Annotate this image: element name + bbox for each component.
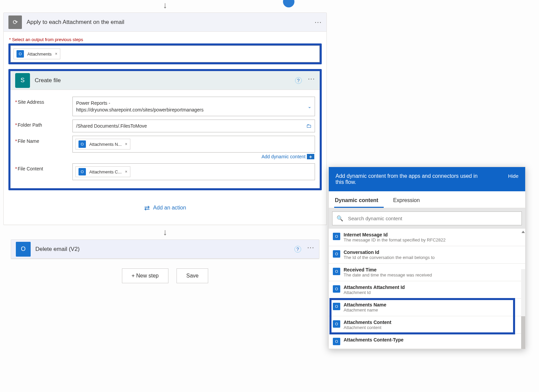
create-file-header[interactable]: S Create file ? ··· — [10, 71, 320, 90]
remove-token-button[interactable]: × — [55, 52, 57, 56]
dynamic-content-panel: Add dynamic content from the apps and co… — [328, 167, 526, 349]
arrow-down-icon: ↓ — [3, 0, 327, 10]
scroll-up-icon[interactable] — [521, 231, 525, 233]
save-button[interactable]: Save — [177, 268, 208, 283]
create-file-title: Create file — [35, 77, 295, 84]
plus-icon: ＋ — [307, 154, 314, 159]
file-content-token[interactable]: O Attachments C... × — [75, 166, 130, 177]
dynamic-content-item[interactable]: O Conversation Id The Id of the conversa… — [329, 246, 525, 264]
file-name-input[interactable]: O Attachments N... × — [72, 136, 315, 153]
dc-item-description: The message ID in the format specified b… — [344, 237, 446, 242]
dynamic-content-item[interactable]: O Internet Message Id The message ID in … — [329, 229, 525, 246]
outlook-icon: O — [78, 140, 86, 148]
hide-panel-button[interactable]: Hide — [508, 173, 518, 179]
delete-email-header[interactable]: O Delete email (V2) ? ··· — [11, 240, 319, 259]
arrow-down-icon: ↓ — [3, 227, 327, 237]
folder-path-input[interactable]: /Shared Documents/.FilesToMove — [72, 120, 315, 132]
outlook-icon: O — [333, 250, 340, 258]
select-output-label: * Select an output from previous steps — [9, 37, 321, 42]
file-content-input[interactable]: O Attachments C... × — [72, 163, 315, 180]
search-input[interactable] — [348, 216, 517, 221]
more-menu-button[interactable]: ··· — [315, 21, 322, 24]
add-dynamic-content-link[interactable]: Add dynamic content＋ — [72, 154, 314, 160]
attachments-selection-highlight: O Attachments × — [8, 43, 322, 64]
delete-email-more-button[interactable]: ··· — [307, 246, 314, 253]
outlook-icon: O — [333, 285, 340, 293]
dynamic-content-item[interactable]: O Attachments Attachment Id Attachment I… — [329, 281, 525, 299]
scrollbar-thumb[interactable] — [521, 316, 525, 349]
search-icon: 🔍 — [337, 215, 343, 222]
remove-token-button[interactable]: × — [125, 169, 127, 174]
apply-to-each-title: Apply to each Attachment on the email — [27, 19, 315, 26]
dc-item-description: The Id of the conversation the email bel… — [344, 255, 435, 260]
tab-dynamic-content[interactable]: Dynamic content — [334, 195, 384, 208]
add-an-action-button[interactable]: ⇄ Add an action — [8, 190, 322, 220]
sharepoint-icon: S — [15, 73, 30, 88]
site-address-row: *Site Address Power Reports - https://dr… — [15, 97, 315, 116]
dc-item-title: Internet Message Id — [344, 232, 446, 237]
remove-token-button[interactable]: × — [125, 142, 127, 146]
new-step-button[interactable]: + New step — [122, 268, 168, 283]
outlook-icon: O — [333, 338, 340, 345]
transfer-icon: ⇄ — [144, 204, 150, 212]
outlook-icon: O — [78, 168, 86, 175]
chevron-down-icon[interactable]: ⌄ — [308, 104, 312, 109]
token-label: Attachments — [27, 52, 52, 57]
loop-icon: ⟳ — [8, 15, 22, 29]
help-button[interactable]: ? — [294, 246, 301, 253]
search-dynamic-content[interactable]: 🔍 — [332, 211, 522, 225]
attachments-name-content-highlight — [329, 298, 515, 334]
dc-item-title: Conversation Id — [344, 250, 435, 255]
outlook-icon: O — [333, 233, 340, 240]
create-file-more-button[interactable]: ··· — [308, 77, 315, 84]
delete-email-title: Delete email (V2) — [35, 246, 294, 253]
tab-expression[interactable]: Expression — [392, 195, 425, 208]
folder-path-row: *Folder Path /Shared Documents/.FilesToM… — [15, 120, 315, 132]
attachments-token[interactable]: O Attachments × — [13, 48, 60, 59]
apply-to-each-card: ⟳ Apply to each Attachment on the email … — [3, 12, 327, 225]
outlook-icon: O — [333, 268, 340, 275]
file-name-row: *File Name O Attachments N... × — [15, 136, 315, 160]
dc-item-title: Attachments Content-Type — [344, 337, 404, 342]
output-select-field[interactable]: O Attachments × — [10, 45, 320, 62]
file-content-row: *File Content O Attachments C... × — [15, 163, 315, 180]
dynamic-content-item[interactable]: O Received Time The date and time the me… — [329, 264, 525, 281]
dc-item-description: Attachment Id — [344, 290, 405, 295]
dynamic-content-item[interactable]: O Attachments Content-Type — [329, 334, 525, 349]
dc-item-title: Received Time — [344, 267, 432, 272]
dc-item-description: The date and time the message was receiv… — [344, 272, 432, 277]
dynamic-content-header: Add dynamic content from the apps and co… — [329, 167, 525, 191]
folder-picker-icon[interactable]: 🗀 — [306, 123, 312, 129]
delete-email-card: O Delete email (V2) ? ··· — [11, 239, 319, 259]
outlook-icon: O — [17, 50, 24, 58]
outlook-icon: O — [16, 242, 31, 257]
help-button[interactable]: ? — [295, 77, 302, 84]
create-file-highlight: S Create file ? ··· *Site Address Power … — [8, 69, 322, 190]
flow-canvas: ↓ ⟳ Apply to each Attachment on the emai… — [3, 0, 327, 293]
dynamic-tabs: Dynamic content Expression — [329, 191, 525, 208]
file-name-token[interactable]: O Attachments N... × — [75, 139, 130, 150]
site-address-input[interactable]: Power Reports - https://dryunow.sharepoi… — [72, 97, 315, 116]
dc-item-title: Attachments Attachment Id — [344, 285, 405, 290]
apply-to-each-header[interactable]: ⟳ Apply to each Attachment on the email … — [4, 13, 326, 32]
dynamic-content-list[interactable]: O Internet Message Id The message ID in … — [329, 229, 525, 349]
